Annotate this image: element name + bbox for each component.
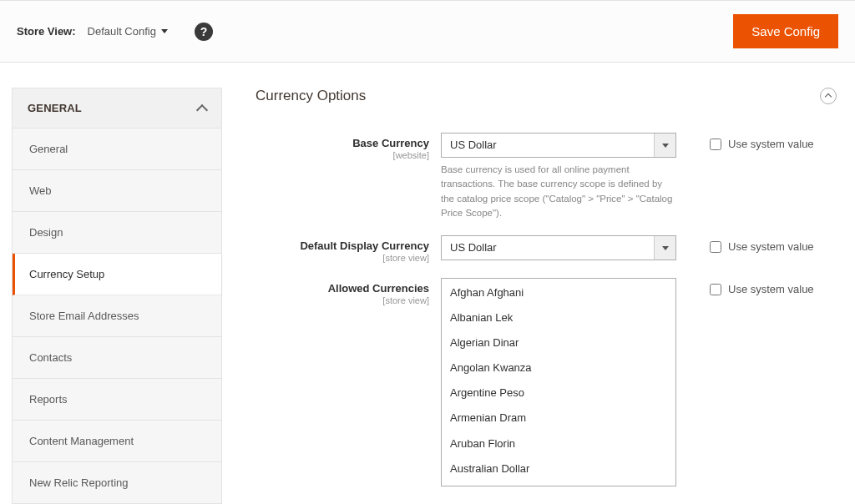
select-dropdown-button[interactable]	[654, 236, 675, 260]
field-scope: [store view]	[255, 295, 429, 305]
caret-down-icon	[662, 144, 669, 148]
field-input-col: Afghan AfghaniAlbanian LekAlgerian Dinar…	[441, 278, 676, 486]
multiselect-option[interactable]: Algerian Dinar	[442, 330, 675, 355]
use-system-value-checkbox-base[interactable]	[710, 139, 721, 150]
field-label-col: Allowed Currencies [store view]	[255, 278, 441, 305]
help-icon[interactable]: ?	[195, 23, 213, 41]
main-content: Currency Options Base Currency [website]…	[234, 88, 843, 501]
caret-down-icon	[161, 29, 168, 33]
sidebar-item[interactable]: Content Management	[13, 421, 221, 462]
field-label: Allowed Currencies	[255, 282, 429, 295]
field-scope: [store view]	[255, 253, 429, 263]
field-input-col: US Dollar Base currency is used for all …	[441, 133, 676, 220]
sidebar-item[interactable]: New Relic Reporting	[13, 462, 221, 504]
field-label-col: Base Currency [website]	[255, 133, 441, 160]
select-value: US Dollar	[442, 236, 654, 260]
use-system-value-label[interactable]: Use system value	[728, 138, 814, 150]
sidebar-item[interactable]: Reports	[13, 379, 221, 421]
store-view-label: Store View:	[17, 25, 76, 38]
sidebar-item[interactable]: Web	[13, 170, 221, 212]
use-system-value-col: Use system value	[676, 278, 814, 295]
top-bar-left: Store View: Default Config ?	[17, 23, 213, 41]
field-label: Default Display Currency	[255, 239, 429, 252]
section-collapse-toggle[interactable]	[820, 88, 837, 104]
use-system-value-label[interactable]: Use system value	[728, 283, 814, 295]
use-system-value-checkbox-allowed[interactable]	[710, 284, 721, 295]
save-config-button[interactable]: Save Config	[733, 14, 838, 48]
allowed-currencies-multiselect[interactable]: Afghan AfghaniAlbanian LekAlgerian Dinar…	[441, 278, 676, 486]
chevron-up-icon	[825, 93, 832, 100]
sidebar-item[interactable]: General	[13, 129, 221, 170]
section-header: Currency Options	[255, 88, 837, 104]
multiselect-option[interactable]: Argentine Peso	[442, 381, 675, 406]
sidebar-group-general[interactable]: GENERAL	[12, 88, 222, 129]
multiselect-option[interactable]: Angolan Kwanza	[442, 355, 675, 381]
chevron-up-icon	[196, 103, 208, 115]
field-base-currency: Base Currency [website] US Dollar Base c…	[255, 133, 837, 220]
sidebar: GENERAL GeneralWebDesignCurrency SetupSt…	[12, 88, 222, 504]
use-system-value-col: Use system value	[676, 235, 814, 253]
sidebar-items: GeneralWebDesignCurrency SetupStore Emai…	[12, 129, 222, 504]
multiselect-option[interactable]: Australian Dollar	[442, 456, 675, 481]
sidebar-group-label: GENERAL	[28, 102, 82, 114]
use-system-value-label[interactable]: Use system value	[728, 240, 814, 253]
sidebar-item[interactable]: Currency Setup	[13, 254, 221, 295]
store-view-value: Default Config	[88, 25, 156, 38]
multiselect-option[interactable]: Aruban Florin	[442, 431, 675, 456]
top-bar: Store View: Default Config ? Save Config	[0, 0, 855, 63]
field-input-col: US Dollar	[441, 235, 676, 260]
sidebar-item[interactable]: Store Email Addresses	[13, 295, 221, 337]
field-display-currency: Default Display Currency [store view] US…	[255, 235, 837, 263]
sidebar-item[interactable]: Contacts	[13, 337, 221, 379]
field-allowed-currencies: Allowed Currencies [store view] Afghan A…	[255, 278, 837, 486]
field-note: Base currency is used for all online pay…	[441, 163, 676, 220]
store-view-select[interactable]: Default Config	[88, 25, 168, 38]
caret-down-icon	[662, 246, 669, 250]
multiselect-option[interactable]: Afghan Afghani	[442, 280, 675, 305]
display-currency-select[interactable]: US Dollar	[441, 235, 676, 260]
multiselect-option[interactable]: Azerbaijani Manat	[442, 481, 675, 486]
field-label: Base Currency	[255, 137, 429, 149]
field-label-col: Default Display Currency [store view]	[255, 235, 441, 263]
multiselect-option[interactable]: Armenian Dram	[442, 406, 675, 431]
select-dropdown-button[interactable]	[654, 134, 675, 157]
section-title: Currency Options	[255, 88, 366, 104]
multiselect-option[interactable]: Albanian Lek	[442, 305, 675, 330]
use-system-value-col: Use system value	[676, 133, 814, 150]
sidebar-item[interactable]: Design	[13, 212, 221, 254]
base-currency-select[interactable]: US Dollar	[441, 133, 676, 158]
use-system-value-checkbox-display[interactable]	[710, 241, 721, 253]
select-value: US Dollar	[442, 134, 654, 157]
field-scope: [website]	[255, 150, 429, 160]
main-layout: GENERAL GeneralWebDesignCurrency SetupSt…	[0, 63, 855, 504]
